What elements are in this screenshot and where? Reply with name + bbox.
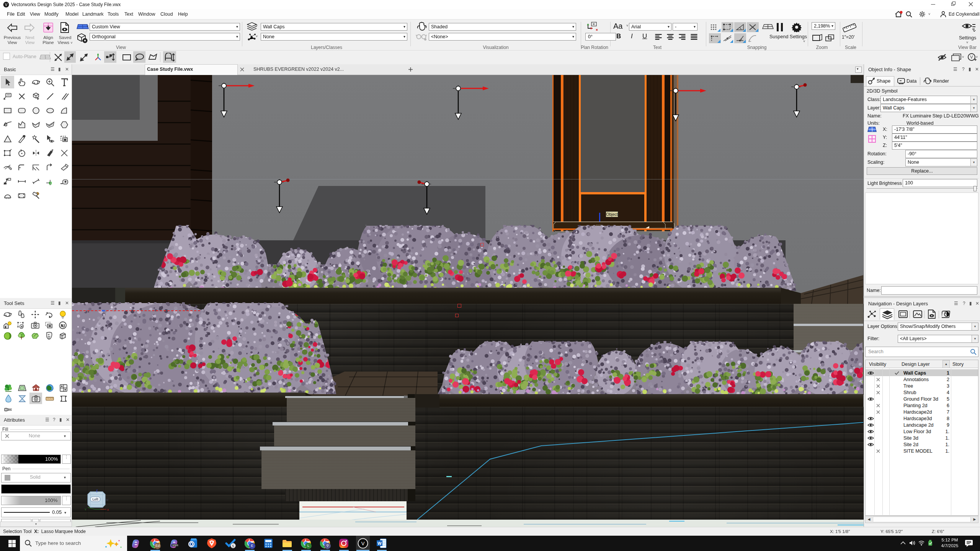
svg-text:M: M [106, 499, 108, 501]
svg-text:Y: Y [85, 508, 87, 511]
svg-text:W: W [377, 541, 382, 546]
svg-text:Left: Left [92, 497, 98, 501]
svg-text:V: V [5, 3, 8, 7]
svg-text:5: 5 [232, 544, 234, 548]
svg-text:V: V [970, 55, 973, 59]
svg-text:V: V [361, 541, 365, 546]
svg-text:X: X [107, 509, 109, 511]
